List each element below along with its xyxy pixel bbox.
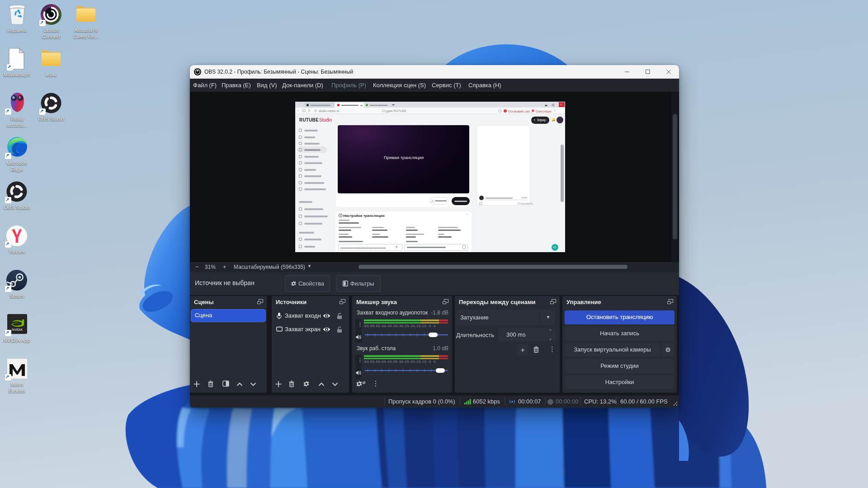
svg-text:NVIDIA: NVIDIA	[12, 328, 23, 331]
